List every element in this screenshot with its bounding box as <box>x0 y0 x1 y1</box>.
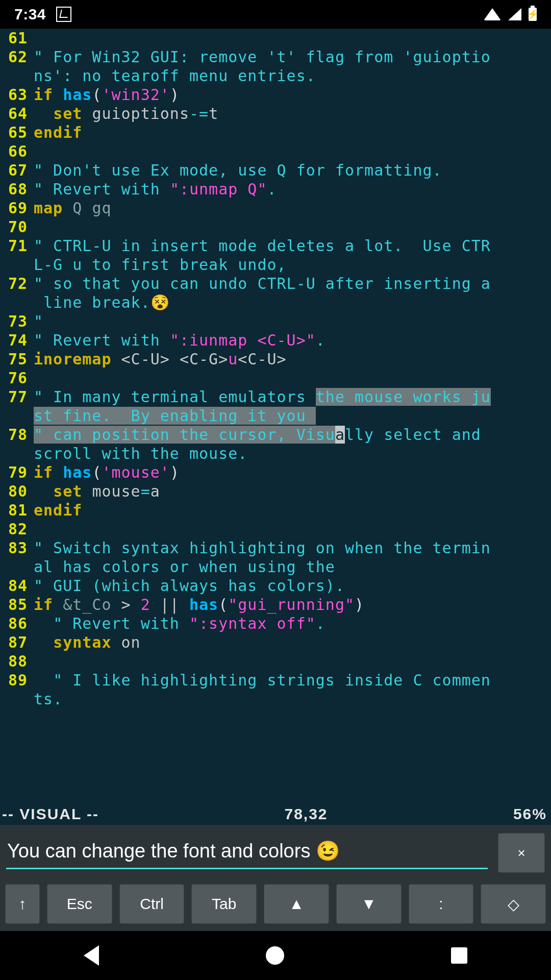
line-number: 70 <box>3 217 28 236</box>
line-code[interactable]: al has colors or when using the <box>28 557 551 576</box>
code-line[interactable]: 83" Switch syntax highlighting on when t… <box>3 538 551 557</box>
key-tab[interactable]: Tab <box>191 884 257 924</box>
code-line[interactable]: 77" In many terminal emulators the mouse… <box>3 387 551 406</box>
line-code[interactable]: " In many terminal emulators the mouse w… <box>28 387 551 406</box>
code-line[interactable]: 65endif <box>3 123 551 142</box>
soft-key-row: ↑EscCtrlTab▲▼:◇ <box>0 877 551 931</box>
line-code[interactable]: endif <box>28 123 551 142</box>
code-line-wrap[interactable]: 72 line break.😵 <box>3 293 551 312</box>
code-line[interactable]: 82 <box>3 520 551 538</box>
code-line[interactable]: 86 " Revert with ":syntax off". <box>3 614 551 633</box>
vim-mode: -- VISUAL -- <box>1 805 99 823</box>
key-diamond[interactable]: ◇ <box>481 884 546 924</box>
code-line-wrap[interactable]: 71L-G u to first break undo, <box>3 255 551 274</box>
line-code[interactable] <box>28 217 551 236</box>
aux-text-input[interactable] <box>6 837 488 869</box>
line-code[interactable] <box>28 29 551 47</box>
wifi-icon <box>484 8 501 20</box>
code-line-wrap[interactable]: 78scroll with the mouse. <box>3 444 551 463</box>
line-code[interactable]: " Revert with ":syntax off". <box>28 614 551 633</box>
line-number: 82 <box>3 520 28 538</box>
nav-home-icon[interactable] <box>266 946 284 965</box>
key-up[interactable]: ▲ <box>264 884 329 924</box>
code-line[interactable]: 88 <box>3 652 551 671</box>
key-down[interactable]: ▼ <box>336 884 402 924</box>
code-line[interactable]: 66 <box>3 142 551 161</box>
line-code[interactable]: " CTRL-U in insert mode deletes a lot. U… <box>28 236 551 255</box>
code-line[interactable]: 67" Don't use Ex mode, use Q for formatt… <box>3 161 551 180</box>
code-line[interactable]: 68" Revert with ":unmap Q". <box>3 180 551 199</box>
code-line[interactable]: 80 set mouse=a <box>3 482 551 501</box>
line-code[interactable]: " Revert with ":iunmap <C-U>". <box>28 331 551 350</box>
line-code[interactable]: " Switch syntax highlighting on when the… <box>28 538 551 557</box>
code-line[interactable]: 84" GUI (which always has colors). <box>3 576 551 595</box>
line-code[interactable]: " can position the cursor, Visually sele… <box>28 425 551 444</box>
line-number: 66 <box>3 142 28 161</box>
line-code[interactable]: ts. <box>28 690 551 708</box>
line-number: 74 <box>3 331 28 350</box>
line-code[interactable]: endif <box>28 501 551 520</box>
code-line-wrap[interactable]: 83al has colors or when using the <box>3 557 551 576</box>
line-code[interactable]: " GUI (which always has colors). <box>28 576 551 595</box>
line-code[interactable]: ns': no tearoff menu entries. <box>28 66 551 85</box>
line-number: 88 <box>3 652 28 671</box>
code-line[interactable]: 89 " I like highlighting strings inside … <box>3 671 551 690</box>
line-number: 85 <box>3 595 28 614</box>
key-colon[interactable]: : <box>409 884 474 924</box>
line-code[interactable] <box>28 520 551 538</box>
code-line[interactable]: 73" <box>3 312 551 331</box>
line-number: 77 <box>3 387 28 406</box>
line-code[interactable]: " so that you can undo CTRL-U after inse… <box>28 274 551 293</box>
line-code[interactable] <box>28 142 551 161</box>
code-line[interactable]: 81endif <box>3 501 551 520</box>
line-code[interactable]: inoremap <C-U> <C-G>u<C-U> <box>28 350 551 369</box>
code-editor[interactable]: 6162" For Win32 GUI: remove 't' flag fro… <box>0 29 551 804</box>
code-line[interactable]: 75inoremap <C-U> <C-G>u<C-U> <box>3 350 551 369</box>
code-line[interactable]: 64 set guioptions-=t <box>3 104 551 123</box>
line-code[interactable] <box>28 369 551 387</box>
line-code[interactable]: L-G u to first break undo, <box>28 255 551 274</box>
code-line[interactable]: 63if has('win32') <box>3 85 551 104</box>
code-line[interactable]: 78" can position the cursor, Visually se… <box>3 425 551 444</box>
key-esc[interactable]: Esc <box>47 884 112 924</box>
aux-input-close-button[interactable]: × <box>498 833 545 873</box>
code-line-wrap[interactable]: 62ns': no tearoff menu entries. <box>3 66 551 85</box>
code-line[interactable]: 69map Q gq <box>3 199 551 217</box>
line-number: 64 <box>3 104 28 123</box>
code-line[interactable]: 70 <box>3 217 551 236</box>
line-code[interactable] <box>28 652 551 671</box>
line-code[interactable]: " For Win32 GUI: remove 't' flag from 'g… <box>28 47 551 66</box>
android-nav-bar <box>0 931 551 980</box>
code-line[interactable]: 74" Revert with ":iunmap <C-U>". <box>3 331 551 350</box>
code-line[interactable]: 62" For Win32 GUI: remove 't' flag from … <box>3 47 551 66</box>
line-code[interactable]: syntax on <box>28 633 551 652</box>
code-line[interactable]: 79if has('mouse') <box>3 463 551 482</box>
code-line[interactable]: 72" so that you can undo CTRL-U after in… <box>3 274 551 293</box>
code-line[interactable]: 87 syntax on <box>3 633 551 652</box>
code-line[interactable]: 76 <box>3 369 551 387</box>
code-line[interactable]: 71" CTRL-U in insert mode deletes a lot.… <box>3 236 551 255</box>
key-shift[interactable]: ↑ <box>5 884 40 924</box>
line-code[interactable]: " I like highlighting strings inside C c… <box>28 671 551 690</box>
key-ctrl[interactable]: Ctrl <box>119 884 185 924</box>
line-code[interactable]: if has('win32') <box>28 85 551 104</box>
code-line-wrap[interactable]: 77st fine. By enabling it you <box>3 406 551 425</box>
line-code[interactable]: set guioptions-=t <box>28 104 551 123</box>
code-line-wrap[interactable]: 89ts. <box>3 690 551 708</box>
line-number: 81 <box>3 501 28 520</box>
line-code[interactable]: set mouse=a <box>28 482 551 501</box>
line-code[interactable]: " Revert with ":unmap Q". <box>28 180 551 199</box>
nav-back-icon[interactable] <box>84 945 99 966</box>
line-number: 62 <box>3 47 28 66</box>
line-code[interactable]: map Q gq <box>28 199 551 217</box>
line-code[interactable]: if has('mouse') <box>28 463 551 482</box>
code-line[interactable]: 61 <box>3 29 551 47</box>
line-code[interactable]: if &t_Co > 2 || has("gui_running") <box>28 595 551 614</box>
code-line[interactable]: 85if &t_Co > 2 || has("gui_running") <box>3 595 551 614</box>
line-code[interactable]: st fine. By enabling it you <box>28 406 551 425</box>
line-code[interactable]: scroll with the mouse. <box>28 444 551 463</box>
line-code[interactable]: " Don't use Ex mode, use Q for formattin… <box>28 161 551 180</box>
nav-recent-icon[interactable] <box>451 947 467 964</box>
line-code[interactable]: line break.😵 <box>28 293 551 312</box>
line-code[interactable]: " <box>28 312 551 331</box>
